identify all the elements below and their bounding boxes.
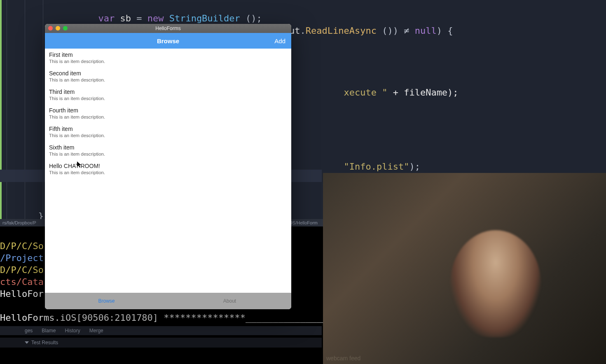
list-item[interactable]: Hello CHAT ROOM! This is an item descrip… [45,160,291,178]
item-title: Fifth item [49,126,287,132]
item-subtitle: This is an item description. [49,152,287,156]
tab-browse[interactable]: Browse [45,293,168,309]
test-results-label[interactable]: Test Results [31,340,58,345]
tab-blame[interactable]: Blame [42,328,56,334]
item-list[interactable]: First item This is an item description. … [45,49,291,293]
item-title: Second item [49,70,287,77]
item-subtitle: This is an item description. [49,77,287,82]
item-subtitle: This is an item description. [49,96,287,101]
tab-merge[interactable]: Merge [89,328,103,334]
item-subtitle: This is an item description. [49,133,287,138]
item-title: First item [49,51,287,58]
item-subtitle: This is an item description. [49,114,287,119]
window-traffic-lights [48,26,68,30]
webcam-feed: webcam feed [323,173,606,364]
list-item[interactable]: Third item This is an item description. [45,86,291,104]
list-item[interactable]: First item This is an item description. [45,49,291,67]
chevron-down-icon[interactable] [25,341,29,344]
item-title: Sixth item [49,144,287,151]
tab-history[interactable]: History [65,328,80,334]
list-item[interactable]: Sixth item This is an item description. [45,141,291,160]
item-title: Fourth item [49,107,287,114]
tab-ges[interactable]: ges [25,328,33,334]
nav-title: Browse [157,37,179,44]
add-button[interactable]: Add [274,33,285,49]
tab-about[interactable]: About [168,293,291,309]
list-item[interactable]: Fourth item This is an item description. [45,104,291,123]
minimize-button[interactable] [56,26,60,30]
editor-bottom-tabs: ges Blame History Merge [0,326,322,335]
window-title: HelloForms [155,26,180,31]
item-subtitle: This is an item description. [49,170,287,175]
item-title: Hello CHAT ROOM! [49,163,287,169]
navigation-bar: Browse Add [45,33,291,49]
helloforms-window: HelloForms Browse Add First item This is… [45,24,291,309]
window-titlebar[interactable]: HelloForms [45,24,291,33]
list-item[interactable]: Second item This is an item description. [45,67,291,86]
list-item[interactable]: Fifth item This is an item description. [45,123,291,141]
zoom-button[interactable] [63,26,68,30]
tab-bar: Browse About [45,293,291,309]
item-subtitle: This is an item description. [49,59,287,64]
item-title: Third item [49,89,287,95]
editor-status-bar: Test Results [0,338,322,348]
close-button[interactable] [48,26,53,30]
keyword-var: var [98,13,115,23]
